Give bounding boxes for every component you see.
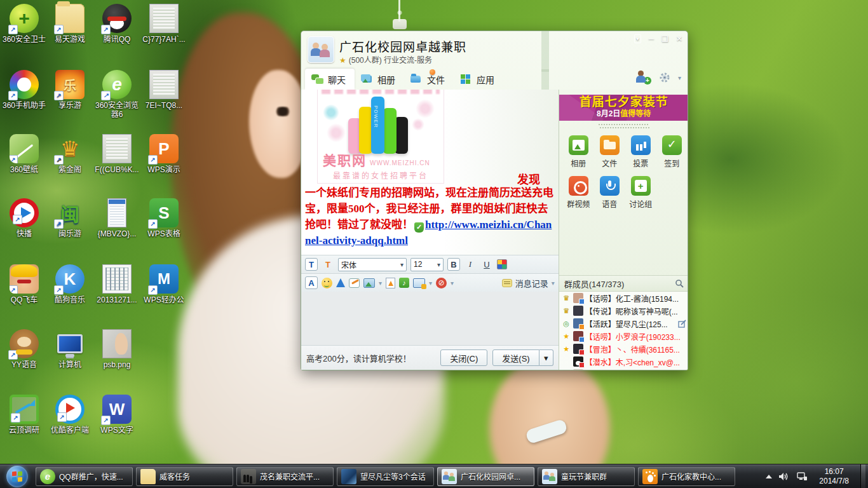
member-row[interactable]: ★【潜水】crystal(583353009) [559,368,688,370]
send-file-button[interactable] [386,278,395,288]
desktop-icon-image-file-5[interactable]: 20131271... [93,264,141,304]
app-voice[interactable]: 语音 [594,176,625,209]
app-discussion[interactable]: 讨论组 [625,176,656,209]
anti-spam-button[interactable]: ⊘ [436,278,447,288]
tab-files[interactable]: 文件 [404,69,454,90]
maximize-button[interactable]: ❑ [661,34,668,43]
rank-swirl-icon: ◎ [562,320,571,328]
desktop-icon-360-safe[interactable]: +↗360安全卫士 [0,4,48,44]
member-row[interactable]: ★【冒泡】丶、待續(361165... [559,342,688,355]
taskbar-item-tutor-center[interactable]: 广石化家教中心... [638,467,735,486]
send-image-button[interactable] [363,278,375,288]
skin-menu-button[interactable]: ▾ [634,34,641,43]
tab-album[interactable]: 相册 [355,69,404,90]
font-effect-button[interactable]: T [322,258,334,271]
promo-banner[interactable]: 首届七夕家装节 8月2日值得等待 [559,95,688,121]
desktop-icon-360-wallpaper[interactable]: ↗360壁纸 [0,134,48,174]
taskbar-item-weike-tasks[interactable]: 威客任务 [136,467,233,486]
desktop-icon-xiangleyou[interactable]: 乐↗享乐游 [46,70,94,110]
member-row[interactable]: ♛【传说】昵称该写神马呢(... [559,304,688,317]
desktop-icon-minleyou[interactable]: 闽↗闽乐游 [46,198,94,238]
font-family-select[interactable]: 宋体▾ [338,258,407,271]
hidden-icons-button[interactable] [766,475,772,478]
screenshot-button[interactable] [413,278,425,288]
member-row[interactable]: ♛【话唠】化工-酱油(15194... [559,292,688,304]
close-button[interactable]: ✕ [676,34,682,43]
chat-message-area[interactable]: POWER 美职网 WWW.MEIZHI.CN 最靠谱的女性招聘平台 发现 一个… [301,90,559,255]
handwriting-button[interactable] [349,278,360,288]
member-row[interactable]: ★【潜水】木,习<chen_xv@... [559,355,688,368]
desktop-icon-wps-writer[interactable]: W↗WPS文字 [93,395,141,435]
music-share-button[interactable]: ♪ [399,278,409,288]
search-icon[interactable] [675,279,684,288]
app-files[interactable]: 文件 [594,135,625,168]
taskbar-item-sessions[interactable]: 望尽凡尘等3个会话 [337,467,434,486]
desktop-icon-yy-voice[interactable]: ↗YY语音 [0,329,48,369]
desktop-icon-kugou[interactable]: K↗酷狗音乐 [46,264,94,304]
taskbar-item-qq-promo[interactable]: eQQ群推广，快速... [36,467,133,486]
desktop-icon-tencent-qq[interactable]: ↗腾讯QQ [93,4,141,44]
color-palette-icon[interactable] [497,259,507,269]
start-button[interactable] [6,466,28,487]
desktop-icon-youku[interactable]: ↗优酷客户端 [46,395,94,435]
desktop-icon-360-browser[interactable]: e↗360安全浏览器6 [93,70,141,119]
send-button[interactable]: 发送(S) [492,349,539,366]
desktop-icon-image-file-2[interactable]: 7EI~TQ8... [140,70,188,110]
desktop-icon-image-file-3[interactable]: F((CUB%K... [93,134,141,174]
window-titlebar[interactable]: 广石化校园网卓越兼职 ★(500人群) 行业交流-服务 ▾ ─ ❑ ✕ [301,31,688,66]
ad-image[interactable]: POWER 美职网 WWW.MEIZHI.CN 最靠谱的女性招聘平台 [318,90,444,183]
desktop-icon-qq-speed[interactable]: ↗QQ飞车 [0,264,48,304]
caret-down-icon[interactable]: ▾ [451,280,454,287]
desktop-icon-image-file-4[interactable]: {MBVZO}... [93,198,141,238]
message-input[interactable] [301,292,559,345]
nudge-wand-icon[interactable] [336,278,345,287]
font-color-button[interactable]: T [305,258,318,271]
taskbar-item-tongwan-group[interactable]: 童玩节兼职群 [538,467,635,486]
taskbar-clock[interactable]: 16:07 2014/7/8 [814,467,854,486]
caret-down-icon[interactable]: ▾ [379,280,382,287]
app-vote[interactable]: 投票 [625,135,656,168]
desktop-icon-wps-light-office[interactable]: M↗WPS轻办公 [140,264,188,304]
italic-button[interactable]: I [464,258,477,271]
tab-chat[interactable]: 聊天 [305,69,355,90]
app-album[interactable]: 相册 [563,135,594,168]
desktop-icon-kuaibo[interactable]: ↗快播 [0,198,48,238]
desktop-icon-image-file-1[interactable]: C}77}7AH`... [140,4,188,44]
desktop-icon-360-phone[interactable]: ↗360手机助手 [0,70,48,110]
desktop-icon-psb-png[interactable]: psb.png [93,329,141,369]
desktop-icon-computer[interactable]: 计算机 [46,329,94,369]
tab-apps[interactable]: 应用 [454,69,503,90]
message-history-button[interactable]: 消息记录▾ [502,277,555,289]
member-list[interactable]: ♛【话唠】化工-酱油(15194... ♛【传说】昵称该写神马呢(... ◎【活… [559,292,688,370]
group-avatar[interactable] [308,36,334,63]
panel-drag-handle[interactable] [599,124,649,128]
minimize-button[interactable]: ─ [649,34,654,43]
font-size-select[interactable]: 12▾ [410,258,444,271]
desktop-icon-wps-presentation[interactable]: P↗WPS演示 [140,134,188,174]
app-signin[interactable]: ✓签到 [656,135,688,168]
emoticon-button[interactable] [322,278,332,288]
font-panel-toggle[interactable]: A [305,276,318,289]
desktop-icon-yitian-games[interactable]: ↗易天游戏 [46,4,94,44]
settings-gear-icon[interactable] [658,71,672,85]
app-group-video[interactable]: 群视频 [563,176,594,209]
bold-button[interactable]: B [447,258,460,271]
desktop-icon-yunding[interactable]: ↗云顶调研 [0,395,48,435]
volume-icon[interactable] [778,471,790,482]
caret-down-icon[interactable]: ▾ [429,280,432,287]
underline-button[interactable]: U [480,258,493,271]
network-icon[interactable] [796,471,808,482]
footer-ad-text[interactable]: 高考200分，读计算机学校！ [306,352,411,364]
taskbar-item-maoming-group[interactable]: 茂名兼职交流平... [236,467,334,486]
desktop-icon-zijinge[interactable]: ♛↗紫金阁 [46,134,94,174]
member-row[interactable]: ◎【活跃】望尽凡尘(125... [559,317,688,330]
close-chat-button[interactable]: 关闭(C) [440,349,487,366]
desktop-icon-wps-spreadsheet[interactable]: S↗WPS表格 [140,198,188,238]
edit-icon[interactable] [678,320,686,328]
member-row[interactable]: ★【话唠】小罗浪子(190233... [559,330,688,342]
settings-caret-icon[interactable]: ▾ [678,74,681,81]
send-options-button[interactable]: ▾ [539,349,553,366]
show-desktop-button[interactable] [860,464,865,488]
taskbar-item-current-group[interactable]: 广石化校园网卓... [437,467,534,486]
add-member-button[interactable]: + [636,71,651,85]
